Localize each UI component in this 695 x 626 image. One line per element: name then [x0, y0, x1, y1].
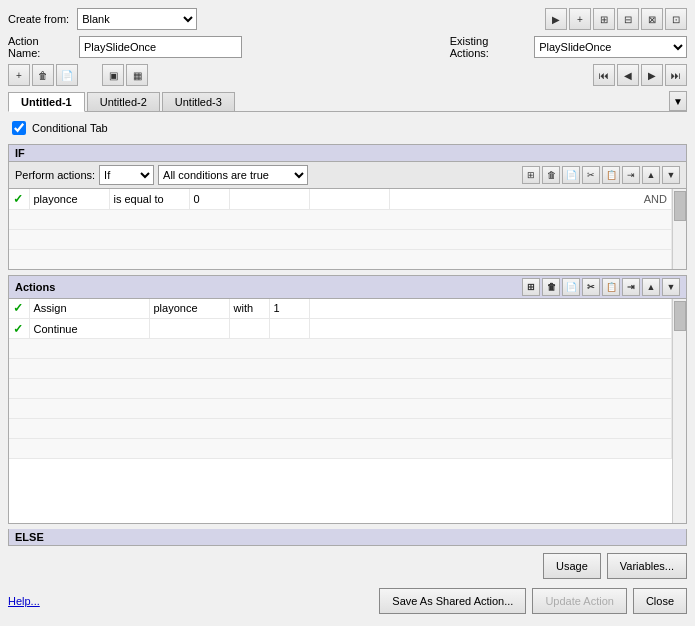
top-right-icons: ▶ + ⊞ ⊟ ⊠ ⊡ — [545, 8, 687, 30]
condition-extra2-cell — [309, 189, 389, 209]
image2-btn[interactable]: ▦ — [126, 64, 148, 86]
act-var-cell[interactable]: playonce — [149, 299, 229, 319]
create-from-label: Create from: — [8, 13, 69, 25]
act-extra-cell — [309, 299, 672, 319]
act-empty2 — [229, 319, 269, 339]
image1-btn[interactable]: ▣ — [102, 64, 124, 86]
tabs-area: Untitled-1 Untitled-2 Untitled-3 ▼ — [8, 91, 687, 112]
update-action-button[interactable]: Update Action — [532, 588, 627, 614]
top-icon5[interactable]: ⊡ — [665, 8, 687, 30]
actions-scrollbar[interactable] — [672, 299, 686, 523]
if-copy-btn[interactable]: 📄 — [562, 166, 580, 184]
top-icon2[interactable]: ⊞ — [593, 8, 615, 30]
act-copy-btn[interactable]: 📄 — [562, 278, 580, 296]
actions-table-container: ✓ Assign playonce with 1 ✓ Continue — [9, 299, 686, 523]
spacer — [80, 64, 100, 86]
conditions-select[interactable]: All conditions are true — [158, 165, 308, 185]
table-row — [9, 229, 672, 249]
action-name-row: Action Name: Existing Actions: PlaySlide… — [8, 35, 687, 59]
delete-btn[interactable]: 🗑 — [32, 64, 54, 86]
toolbar-left: + 🗑 📄 ▣ ▦ — [8, 64, 148, 86]
top-icon3[interactable]: ⊟ — [617, 8, 639, 30]
act-paste-btn[interactable]: 📋 — [602, 278, 620, 296]
condition-var-cell[interactable]: playonce — [29, 189, 109, 209]
table-row: ✓ Assign playonce with 1 — [9, 299, 672, 319]
perform-actions-row: Perform actions: If All conditions are t… — [9, 162, 686, 189]
if-paste-btn[interactable]: 📋 — [602, 166, 620, 184]
if-up-btn[interactable]: ▲ — [642, 166, 660, 184]
main-container: Create from: Blank ▶ + ⊞ ⊟ ⊠ ⊡ Action Na… — [0, 0, 695, 626]
toolbar-right: ⏮ ◀ ▶ ⏭ — [593, 64, 687, 86]
tab-untitled-1[interactable]: Untitled-1 — [8, 92, 85, 112]
action-name-input[interactable] — [79, 36, 242, 58]
prev-btn[interactable]: ◀ — [617, 64, 639, 86]
act-continue-cell[interactable]: Continue — [29, 319, 149, 339]
if-down-btn[interactable]: ▼ — [662, 166, 680, 184]
action-name-label: Action Name: — [8, 35, 71, 59]
table-row — [9, 249, 672, 269]
save-shared-button[interactable]: Save As Shared Action... — [379, 588, 526, 614]
perform-label: Perform actions: — [15, 169, 95, 181]
conditional-checkbox[interactable] — [12, 121, 26, 135]
first-btn[interactable]: ⏮ — [593, 64, 615, 86]
usage-button[interactable]: Usage — [543, 553, 601, 579]
if-add-btn[interactable]: ⊞ — [522, 166, 540, 184]
bottom-right: Save As Shared Action... Update Action C… — [379, 588, 687, 614]
condition-op-cell[interactable]: is equal to — [109, 189, 189, 209]
if-indent-btn[interactable]: ⇥ — [622, 166, 640, 184]
bottom-row1: Usage Variables... — [8, 553, 687, 579]
existing-actions-select[interactable]: PlaySlideOnce — [534, 36, 687, 58]
second-row: + 🗑 📄 ▣ ▦ ⏮ ◀ ▶ ⏭ — [8, 64, 687, 86]
conditional-tab-label: Conditional Tab — [32, 122, 108, 134]
tab-untitled-2[interactable]: Untitled-2 — [87, 92, 160, 111]
and-label: AND — [389, 189, 672, 209]
if-row-toolbar: ⊞ 🗑 📄 ✂ 📋 ⇥ ▲ ▼ — [522, 166, 680, 184]
act-add-btn[interactable]: ⊞ — [522, 278, 540, 296]
act-empty4 — [309, 319, 672, 339]
act-del-btn[interactable]: 🗑 — [542, 278, 560, 296]
act-up-btn[interactable]: ▲ — [642, 278, 660, 296]
create-from-select[interactable]: Blank — [77, 8, 197, 30]
actions-header: Actions ⊞ 🗑 📄 ✂ 📋 ⇥ ▲ ▼ — [9, 276, 686, 299]
condition-extra-cell — [229, 189, 309, 209]
act-empty3 — [269, 319, 309, 339]
actions-scroll-area: ✓ Assign playonce with 1 ✓ Continue — [9, 299, 672, 523]
help-link[interactable]: Help... — [8, 595, 40, 607]
act-check-cell2: ✓ — [9, 319, 29, 339]
act-val-cell[interactable]: 1 — [269, 299, 309, 319]
tab-untitled-3[interactable]: Untitled-3 — [162, 92, 235, 111]
act-indent-btn[interactable]: ⇥ — [622, 278, 640, 296]
green-check: ✓ — [13, 192, 23, 206]
act-name-cell[interactable]: Assign — [29, 299, 149, 319]
act-cut-btn[interactable]: ✂ — [582, 278, 600, 296]
table-row — [9, 339, 672, 359]
if-cut-btn[interactable]: ✂ — [582, 166, 600, 184]
conditions-scrollbar[interactable] — [672, 189, 686, 269]
top-icon4[interactable]: ⊠ — [641, 8, 663, 30]
conditional-tab-row: Conditional Tab — [8, 117, 687, 139]
tab-scroll-btn[interactable]: ▼ — [669, 91, 687, 111]
perform-select[interactable]: If — [99, 165, 154, 185]
if-header: IF — [9, 145, 686, 162]
condition-val-cell[interactable]: 0 — [189, 189, 229, 209]
actions-row-toolbar: ⊞ 🗑 📄 ✂ 📋 ⇥ ▲ ▼ — [522, 278, 680, 296]
table-row: ✓ playonce is equal to 0 AND — [9, 189, 672, 209]
if-del-btn[interactable]: 🗑 — [542, 166, 560, 184]
last-btn[interactable]: ⏭ — [665, 64, 687, 86]
conditions-table: ✓ playonce is equal to 0 AND — [9, 189, 672, 269]
act-down-btn[interactable]: ▼ — [662, 278, 680, 296]
add-top-btn[interactable]: + — [569, 8, 591, 30]
play-icon-btn[interactable]: ▶ — [545, 8, 567, 30]
table-row — [9, 209, 672, 229]
close-button[interactable]: Close — [633, 588, 687, 614]
actions-scrollbar-thumb[interactable] — [674, 301, 686, 331]
add-btn[interactable]: + — [8, 64, 30, 86]
existing-actions-label: Existing Actions: — [450, 35, 526, 59]
conditions-table-container: ✓ playonce is equal to 0 AND — [9, 189, 686, 269]
variables-button[interactable]: Variables... — [607, 553, 687, 579]
table-row: ✓ Continue — [9, 319, 672, 339]
scrollbar-thumb[interactable] — [674, 191, 686, 221]
copy-btn[interactable]: 📄 — [56, 64, 78, 86]
green-check: ✓ — [13, 301, 23, 315]
next-btn[interactable]: ▶ — [641, 64, 663, 86]
